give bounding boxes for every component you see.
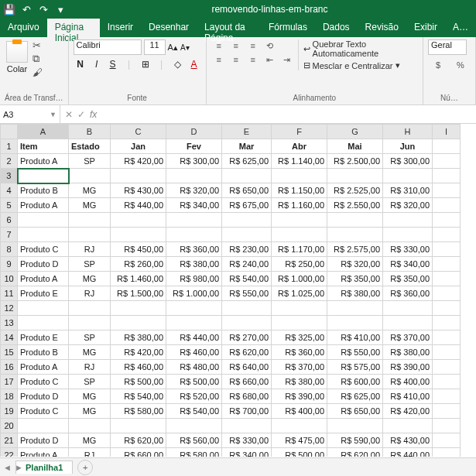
cell[interactable]	[18, 419, 69, 433]
row-header[interactable]: 22	[1, 448, 18, 457]
row-header[interactable]: 7	[1, 228, 18, 242]
cell[interactable]	[433, 301, 461, 316]
cell[interactable]: R$ 360,00	[383, 286, 433, 301]
font-color-button[interactable]: A	[187, 57, 201, 71]
number-format-combo[interactable]: Geral	[428, 39, 467, 55]
cell[interactable]	[166, 316, 222, 330]
cell[interactable]: Item	[18, 139, 69, 154]
row-header[interactable]: 10	[1, 272, 18, 286]
col-header[interactable]: C	[111, 125, 166, 139]
cell[interactable]: R$ 550,00	[222, 286, 272, 301]
cell[interactable]: R$ 500,00	[272, 448, 327, 457]
cell[interactable]	[272, 301, 327, 316]
italic-button[interactable]: I	[90, 57, 104, 71]
cell[interactable]	[18, 228, 69, 242]
cell[interactable]	[433, 169, 461, 183]
cell[interactable]	[111, 316, 166, 330]
cell[interactable]	[433, 345, 461, 360]
cell[interactable]	[433, 154, 461, 169]
cell[interactable]	[433, 183, 461, 198]
undo-icon[interactable]: ↶	[20, 3, 33, 15]
cell[interactable]	[383, 169, 433, 183]
cell[interactable]: R$ 620,00	[222, 345, 272, 360]
cell[interactable]	[111, 419, 166, 433]
tab-exibir[interactable]: Exibir	[406, 19, 445, 37]
cell[interactable]: R$ 410,00	[327, 330, 383, 345]
cell[interactable]	[327, 213, 383, 228]
decrease-indent-icon[interactable]: ⇤	[262, 53, 278, 66]
cell[interactable]: SP	[69, 257, 111, 272]
cell[interactable]: R$ 400,00	[383, 375, 433, 389]
tab-revis-o[interactable]: Revisão	[358, 19, 406, 37]
cell[interactable]	[69, 301, 111, 316]
cell[interactable]: R$ 340,00	[222, 448, 272, 457]
cell[interactable]	[69, 316, 111, 330]
cell[interactable]	[222, 316, 272, 330]
cell[interactable]: R$ 640,00	[222, 360, 272, 375]
save-icon[interactable]: 💾	[3, 3, 15, 15]
orientation-icon[interactable]: ⟲	[262, 39, 278, 52]
align-bottom-icon[interactable]: ≡	[245, 39, 261, 52]
cell[interactable]	[111, 228, 166, 242]
cell[interactable]: R$ 1.500,00	[111, 286, 166, 301]
cell[interactable]	[433, 375, 461, 389]
tab-a-[interactable]: A…	[445, 19, 476, 37]
tab-dados[interactable]: Dados	[315, 19, 358, 37]
cell[interactable]	[433, 389, 461, 404]
cell[interactable]	[18, 213, 69, 228]
cell[interactable]: R$ 675,00	[222, 198, 272, 213]
cell[interactable]: Estado	[69, 139, 111, 154]
cell[interactable]: RJ	[69, 448, 111, 457]
cell[interactable]: R$ 390,00	[383, 360, 433, 375]
cell[interactable]: R$ 1.160,00	[272, 198, 327, 213]
cell[interactable]: R$ 1.025,00	[272, 286, 327, 301]
cell[interactable]	[327, 169, 383, 183]
cell[interactable]: R$ 620,00	[327, 448, 383, 457]
format-painter-icon[interactable]: 🖌	[33, 67, 43, 78]
percent-format-icon[interactable]: %	[450, 57, 471, 73]
align-left-icon[interactable]: ≡	[211, 53, 227, 66]
cell[interactable]	[222, 419, 272, 433]
cell[interactable]: R$ 480,00	[166, 360, 222, 375]
cell[interactable]: R$ 1.170,00	[272, 242, 327, 257]
cell[interactable]: R$ 320,00	[166, 183, 222, 198]
cell[interactable]: R$ 430,00	[111, 183, 166, 198]
increase-font-icon[interactable]: A▴	[168, 43, 178, 53]
cell[interactable]	[433, 360, 461, 375]
cell[interactable]: Produto C	[18, 404, 69, 419]
cell[interactable]: R$ 380,00	[272, 375, 327, 389]
row-header[interactable]: 17	[1, 375, 18, 389]
qat-overflow-icon[interactable]: ▾	[54, 3, 67, 15]
row-header[interactable]: 11	[1, 286, 18, 301]
cell[interactable]: R$ 380,00	[327, 286, 383, 301]
cell[interactable]: R$ 420,00	[111, 345, 166, 360]
active-cell[interactable]	[18, 169, 69, 183]
cell[interactable]: R$ 380,00	[111, 330, 166, 345]
row-header[interactable]: 18	[1, 389, 18, 404]
row-header[interactable]: 9	[1, 257, 18, 272]
cell[interactable]: R$ 1.140,00	[272, 154, 327, 169]
cell[interactable]: R$ 230,00	[222, 242, 272, 257]
cell[interactable]: R$ 340,00	[166, 198, 222, 213]
row-header[interactable]: 13	[1, 316, 18, 330]
cell[interactable]: R$ 1.460,00	[111, 272, 166, 286]
cell[interactable]	[433, 433, 461, 448]
cell[interactable]: R$ 2.575,00	[327, 242, 383, 257]
cell[interactable]: R$ 625,00	[327, 389, 383, 404]
cell[interactable]	[69, 213, 111, 228]
row-header[interactable]: 3	[1, 169, 18, 183]
cell[interactable]: R$ 680,00	[222, 389, 272, 404]
cell[interactable]: R$ 560,00	[166, 433, 222, 448]
cell[interactable]	[166, 419, 222, 433]
cell[interactable]: R$ 350,00	[383, 272, 433, 286]
cell[interactable]: Produto C	[18, 242, 69, 257]
cell[interactable]: R$ 540,00	[111, 389, 166, 404]
cell[interactable]: SP	[69, 375, 111, 389]
cell[interactable]: Produto A	[18, 154, 69, 169]
cell[interactable]	[433, 419, 461, 433]
cell[interactable]: R$ 300,00	[383, 154, 433, 169]
cell[interactable]: Produto A	[18, 198, 69, 213]
cell[interactable]	[383, 228, 433, 242]
tab-inserir[interactable]: Inserir	[100, 19, 141, 37]
formula-input[interactable]	[101, 105, 476, 123]
